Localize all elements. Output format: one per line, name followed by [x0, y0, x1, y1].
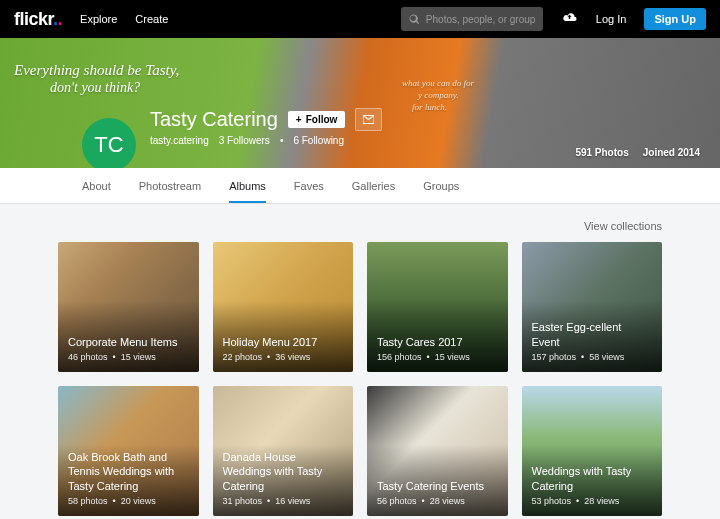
- album-card[interactable]: Oak Brook Bath and Tennis Weddings with …: [58, 386, 199, 516]
- album-card[interactable]: Danada House Weddings with Tasty Caterin…: [213, 386, 354, 516]
- cover-text: for lunch.: [412, 102, 447, 112]
- album-card[interactable]: Corporate Menu Items46 photos • 15 views: [58, 242, 199, 372]
- following-count[interactable]: 6 Following: [293, 135, 344, 146]
- album-title: Corporate Menu Items: [68, 335, 189, 349]
- create-link[interactable]: Create: [135, 13, 168, 25]
- view-collections-link[interactable]: View collections: [584, 220, 662, 232]
- logo-text: flickr: [14, 9, 53, 29]
- profile-tabs: About Photostream Albums Faves Galleries…: [0, 168, 720, 204]
- album-title: Holiday Menu 2017: [223, 335, 344, 349]
- album-meta: 156 photos • 15 views: [377, 352, 498, 362]
- album-card[interactable]: Tasty Catering Events56 photos • 28 view…: [367, 386, 508, 516]
- albums-grid: Corporate Menu Items46 photos • 15 views…: [58, 242, 662, 516]
- cover-text: y company.: [418, 90, 459, 100]
- cover-text: what you can do for: [402, 78, 474, 88]
- joined-year: Joined 2014: [643, 147, 700, 158]
- mail-button[interactable]: [355, 108, 382, 131]
- album-meta: 22 photos • 36 views: [223, 352, 344, 362]
- tab-photostream[interactable]: Photostream: [139, 168, 201, 203]
- upload-icon[interactable]: [561, 9, 578, 30]
- album-card[interactable]: Holiday Menu 201722 photos • 36 views: [213, 242, 354, 372]
- album-meta: 56 photos • 28 views: [377, 496, 498, 506]
- tab-groups[interactable]: Groups: [423, 168, 459, 203]
- album-meta: 46 photos • 15 views: [68, 352, 189, 362]
- username: tasty.catering: [150, 135, 209, 146]
- top-navigation: flickr.. Explore Create Log In Sign Up: [0, 0, 720, 38]
- login-link[interactable]: Log In: [596, 13, 627, 25]
- album-meta: 58 photos • 20 views: [68, 496, 189, 506]
- album-meta: 53 photos • 28 views: [532, 496, 653, 506]
- albums-content: View collections Corporate Menu Items46 …: [0, 204, 720, 519]
- signup-button[interactable]: Sign Up: [644, 8, 706, 30]
- album-card[interactable]: Weddings with Tasty Catering53 photos • …: [522, 386, 663, 516]
- album-title: Weddings with Tasty Catering: [532, 464, 653, 493]
- tab-about[interactable]: About: [82, 168, 111, 203]
- album-title: Tasty Catering Events: [377, 479, 498, 493]
- album-title: Oak Brook Bath and Tennis Weddings with …: [68, 450, 189, 493]
- profile-stats: 591 Photos Joined 2014: [575, 147, 700, 158]
- mail-icon: [363, 115, 374, 124]
- photo-count: 591 Photos: [575, 147, 628, 158]
- album-card[interactable]: Easter Egg-cellent Event157 photos • 58 …: [522, 242, 663, 372]
- search-box[interactable]: [401, 7, 543, 31]
- album-title: Danada House Weddings with Tasty Caterin…: [223, 450, 344, 493]
- flickr-logo[interactable]: flickr..: [14, 9, 62, 30]
- album-meta: 157 photos • 58 views: [532, 352, 653, 362]
- tab-faves[interactable]: Faves: [294, 168, 324, 203]
- album-card[interactable]: Tasty Cares 2017156 photos • 15 views: [367, 242, 508, 372]
- cover-text: Everything should be Tasty,: [14, 62, 179, 79]
- album-title: Tasty Cares 2017: [377, 335, 498, 349]
- album-title: Easter Egg-cellent Event: [532, 320, 653, 349]
- cover-photo: Everything should be Tasty, don't you th…: [0, 38, 720, 168]
- search-input[interactable]: [426, 14, 535, 25]
- profile-avatar[interactable]: TC: [82, 118, 136, 168]
- profile-info: Tasty Catering +Follow tasty.catering 3 …: [150, 108, 382, 146]
- cover-text: don't you think?: [50, 80, 140, 96]
- album-meta: 31 photos • 16 views: [223, 496, 344, 506]
- profile-name: Tasty Catering: [150, 108, 278, 131]
- followers-count[interactable]: 3 Followers: [219, 135, 270, 146]
- follow-label: Follow: [306, 114, 338, 125]
- search-icon: [409, 14, 420, 25]
- follow-button[interactable]: +Follow: [288, 111, 346, 128]
- tab-albums[interactable]: Albums: [229, 168, 266, 203]
- tab-galleries[interactable]: Galleries: [352, 168, 395, 203]
- explore-link[interactable]: Explore: [80, 13, 117, 25]
